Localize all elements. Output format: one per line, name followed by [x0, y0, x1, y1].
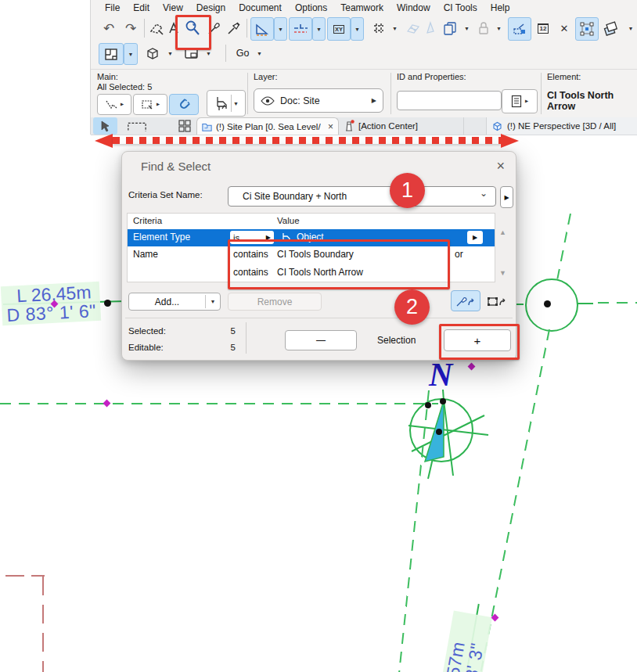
dialog-divider	[125, 318, 513, 318]
criteria-row-name-1[interactable]: Name contains CI Tools Boundary or	[128, 246, 495, 264]
marquee-criteria-button[interactable]	[482, 290, 512, 311]
3d-window-dropdown[interactable]: ▼	[164, 43, 176, 63]
tab-site-plan[interactable]: (!) Site Plan [0. Sea Level/ D... ×	[196, 117, 339, 135]
tab-action-center[interactable]: [Action Center]	[339, 117, 464, 135]
text-label-button[interactable]	[166, 17, 183, 39]
marquee-tool-button[interactable]	[122, 117, 152, 135]
element-id-input[interactable]	[397, 91, 502, 110]
select-plus-button[interactable]: +	[444, 329, 511, 351]
tracker-dropdown[interactable]: ▼	[351, 17, 364, 41]
menu-teamwork[interactable]: Teamwork	[340, 2, 383, 13]
tracker-button[interactable]: XY	[327, 17, 351, 41]
criteria-row-name-2[interactable]: contains CI Tools North Arrow	[128, 264, 495, 282]
menu-document[interactable]: Document	[239, 2, 282, 13]
plane-display-button[interactable]	[423, 17, 437, 39]
criteria-set-label: Criteria Set Name:	[128, 190, 203, 199]
toolbar-overflow-dropdown[interactable]: ▼	[625, 17, 636, 39]
layer-selector[interactable]: Doc: Site ▶	[254, 88, 383, 113]
dialog-close-button[interactable]: ×	[496, 158, 505, 174]
gravity-button[interactable]	[169, 94, 199, 115]
measure-button[interactable]: 12	[533, 17, 553, 39]
menu-edit[interactable]: Edit	[133, 2, 149, 13]
arrow-tool-button[interactable]	[93, 117, 117, 135]
menu-options[interactable]: Options	[295, 2, 327, 13]
floor-plan-icon	[103, 46, 119, 62]
criteria-set-dropdown[interactable]: Ci Site Boundary + North ⌄	[228, 186, 496, 207]
marquee-options-button[interactable]: ▼	[133, 94, 167, 115]
pick-criteria-button[interactable]	[451, 290, 480, 311]
marquee-adjust-button[interactable]	[147, 17, 166, 39]
menu-help[interactable]: Help	[491, 2, 510, 13]
tab-overview-button[interactable]	[174, 117, 196, 135]
selected-count: 5	[200, 326, 236, 336]
menu-ci-tools[interactable]: CI Tools	[444, 2, 477, 13]
arrow-tool-options-button[interactable]: ▼	[97, 94, 131, 115]
inject-parameters-button[interactable]	[225, 17, 243, 39]
snap-points-dropdown[interactable]: ▼	[389, 17, 401, 39]
lock-dropdown[interactable]: ▼	[493, 17, 505, 39]
column-criteria: Criteria	[133, 216, 162, 225]
scroll-down-icon[interactable]: ▼	[499, 269, 506, 277]
add-label: Add...	[129, 296, 205, 307]
scroll-up-icon[interactable]: ▲	[499, 228, 506, 236]
tab-close-icon[interactable]: ×	[328, 121, 333, 132]
surface-painter-button[interactable]	[600, 17, 622, 39]
dropdown-icon: ▼	[167, 51, 173, 56]
panel-layer: Layer: Doc: Site ▶	[247, 70, 390, 117]
deselect-button[interactable]: —	[285, 330, 357, 350]
criteria-value: CI Tools Boundary	[277, 249, 354, 260]
snap-guides-dropdown[interactable]: ▼	[312, 17, 326, 41]
lock-button[interactable]	[476, 17, 491, 39]
menu-view[interactable]: View	[163, 2, 183, 13]
quick-layers-dropdown[interactable]: ▼	[124, 43, 138, 65]
edit-elements-button[interactable]	[575, 17, 599, 41]
edit-elements-icon	[579, 21, 595, 37]
add-criteria-button[interactable]: Add... ▼	[128, 293, 221, 311]
operator-value: contains	[233, 267, 268, 278]
north-handle-center[interactable]	[436, 429, 442, 435]
criteria-name: Element Type	[133, 232, 190, 243]
quick-layers-button[interactable]	[99, 43, 124, 65]
editing-plane-button[interactable]	[404, 17, 423, 39]
menu-file[interactable]: File	[105, 2, 120, 13]
guide-lines-dropdown[interactable]: ▼	[274, 17, 287, 41]
flyout-icon: ▶	[266, 234, 271, 241]
snap-guides-button[interactable]	[289, 17, 312, 41]
menu-window[interactable]: Window	[397, 2, 430, 13]
north-handle-top[interactable]	[440, 398, 446, 404]
resize-button[interactable]: ✕	[556, 17, 573, 39]
go-button[interactable]: Go	[232, 43, 254, 63]
flyout-icon: ▼	[119, 102, 124, 107]
guide-lines-button[interactable]	[250, 17, 274, 41]
3d-window-button[interactable]	[142, 43, 163, 63]
criteria-set-flyout-button[interactable]: ▶	[500, 186, 513, 208]
menu-design[interactable]: Design	[196, 2, 225, 13]
dropdown-icon: ▼	[354, 27, 360, 32]
redo-button[interactable]: ↷	[121, 17, 141, 39]
stretch-button[interactable]	[508, 17, 531, 41]
copy-button[interactable]	[441, 17, 459, 39]
tab-action-center-label: [Action Center]	[358, 121, 418, 131]
undo-button[interactable]: ↶	[99, 17, 119, 39]
selection-info: All Selected: 5	[97, 82, 152, 92]
window-layout-dropdown[interactable]: ▼	[203, 43, 214, 63]
survey-circle-center	[544, 300, 551, 307]
pick-up-parameters-button[interactable]	[206, 17, 223, 39]
properties-button[interactable]: ▼	[502, 89, 538, 113]
copy-dropdown[interactable]: ▼	[461, 17, 473, 39]
criteria-row-element-type[interactable]: Element Type is ▶ Object ▶	[128, 229, 495, 246]
go-dropdown[interactable]: ▼	[254, 43, 265, 63]
chevron-down-icon: ⌄	[480, 188, 488, 199]
text-label-icon	[167, 20, 182, 36]
redo-icon: ↷	[125, 20, 136, 37]
find-select-button[interactable]	[182, 17, 203, 39]
tab-ne-perspective[interactable]: (!) NE Perspective [3D / All]	[486, 117, 637, 135]
operator-dropdown[interactable]: is ▶	[230, 231, 274, 244]
default-tool-button[interactable]: ▼	[207, 90, 246, 117]
survey-circle[interactable]	[525, 279, 578, 332]
value-flyout-button[interactable]: ▶	[467, 231, 483, 244]
remove-criteria-button[interactable]: Remove	[228, 293, 322, 311]
panel-main-label: Main:	[97, 72, 118, 81]
window-layout-button[interactable]	[181, 43, 201, 63]
snap-points-button[interactable]	[369, 17, 388, 39]
